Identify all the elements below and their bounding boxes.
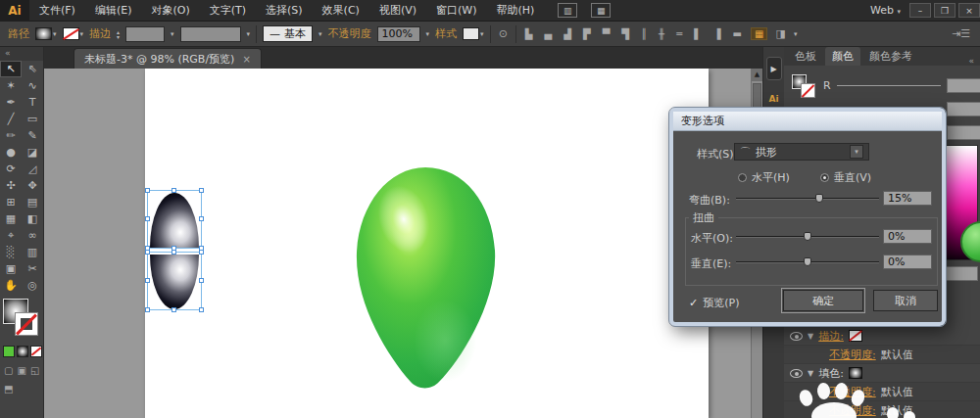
stroke-proxy-swatch[interactable] — [15, 312, 38, 336]
chevron-down-icon[interactable]: ▼ — [808, 332, 813, 341]
align-vcenter-icon[interactable]: ▀ — [600, 28, 613, 39]
red-slider[interactable] — [837, 85, 941, 86]
hand-tool[interactable]: ✋ — [0, 277, 22, 294]
transform-panel-icon[interactable]: ▦ — [751, 27, 767, 40]
style-swatch[interactable] — [463, 27, 479, 40]
slider-thumb[interactable] — [804, 232, 811, 241]
chevron-down-icon[interactable]: ▾ — [850, 145, 863, 159]
arrange-documents-icon[interactable]: ▦ — [591, 3, 611, 18]
v-distort-slider[interactable] — [736, 255, 879, 269]
tab-color-guide[interactable]: 颜色参考 — [862, 47, 919, 66]
collapse-dock-icon[interactable]: « — [968, 56, 980, 66]
h-distort-value-input[interactable]: 0% — [883, 229, 932, 244]
minimize-button[interactable]: – — [909, 3, 931, 18]
screen-mode-icon[interactable]: ⬒ — [4, 384, 13, 395]
opacity-label[interactable]: 不透明度 — [328, 26, 371, 41]
eraser-tool[interactable]: ◪ — [22, 144, 43, 161]
none-button[interactable] — [30, 346, 42, 357]
stroke-proxy-swatch[interactable] — [801, 83, 815, 98]
stroke-weight-label[interactable]: 描边 — [89, 26, 111, 41]
magic-wand-tool[interactable]: ✶ — [0, 77, 22, 94]
chevron-down-icon[interactable]: ▼ — [808, 369, 813, 378]
canvas-area[interactable]: ▲ — [44, 69, 762, 418]
workspace-switcher[interactable]: Web ▾ — [870, 4, 901, 17]
radio-selected-icon[interactable] — [820, 173, 829, 182]
align-top-icon[interactable]: ▛ — [580, 28, 594, 39]
align-left-icon[interactable]: ▙ — [522, 28, 536, 39]
menu-object[interactable]: 对象(O) — [141, 0, 199, 22]
line-segment-tool[interactable]: ╱ — [0, 111, 22, 127]
distribute-right-icon[interactable]: ▬ — [730, 28, 745, 39]
scroll-up-icon[interactable]: ▲ — [752, 69, 762, 81]
selection-tool[interactable]: ↖ — [0, 61, 22, 77]
swatch-well[interactable] — [941, 266, 978, 281]
rotate-tool[interactable]: ⟳ — [0, 161, 22, 177]
horizontal-radio[interactable]: 水平(H) — [738, 170, 790, 185]
menu-effect[interactable]: 效果(C) — [313, 0, 369, 22]
artboard-tool[interactable]: ▣ — [0, 260, 22, 277]
mesh-tool[interactable]: ▦ — [0, 210, 22, 227]
warp-style-dropdown[interactable]: ⌒ 拱形 ▾ — [734, 143, 869, 161]
shape-builder-tool[interactable]: ⊞ — [0, 194, 22, 210]
restore-button[interactable]: ❐ — [934, 3, 956, 18]
align-right-icon[interactable]: ▟ — [561, 28, 574, 39]
appearance-row-opacity[interactable]: 不透明度: 默认值 — [784, 346, 980, 364]
ai-panel-icon[interactable]: Ai — [763, 94, 784, 104]
gradient-button[interactable] — [17, 346, 28, 357]
stroke-row-label[interactable]: 描边: — [818, 329, 844, 344]
distribute-hcenter-icon[interactable]: ▐ — [710, 28, 724, 39]
pencil-tool[interactable]: ✎ — [22, 127, 43, 144]
draw-behind-icon[interactable]: ▣ — [17, 365, 25, 376]
distribute-vcenter-icon[interactable]: ╫ — [656, 28, 667, 39]
document-setup-icon[interactable]: ⊙ — [497, 27, 510, 40]
appearance-row-stroke[interactable]: ▼ 描边: — [784, 327, 980, 346]
distribute-bottom-icon[interactable]: ═ — [673, 28, 685, 39]
green-value-input[interactable] — [947, 102, 980, 116]
draw-normal-icon[interactable]: ▢ — [4, 365, 13, 376]
fill-color-picker[interactable]: ▾ — [35, 27, 57, 40]
expand-panels-icon[interactable]: ▶ — [766, 57, 782, 80]
visibility-eye-icon[interactable] — [790, 332, 803, 341]
stroke-none-swatch[interactable] — [849, 330, 862, 342]
step-down-icon[interactable]: ▾ — [117, 34, 120, 39]
vertical-radio[interactable]: 垂直(V) — [820, 170, 871, 185]
menu-type[interactable]: 文字(T) — [200, 0, 256, 22]
selection-box[interactable] — [147, 252, 202, 310]
direct-selection-tool[interactable]: ⇖ — [22, 61, 43, 77]
stroke-weight-input[interactable] — [125, 26, 165, 42]
menu-view[interactable]: 视图(V) — [369, 0, 426, 22]
menu-file[interactable]: 文件(F) — [29, 0, 85, 22]
h-distort-slider[interactable] — [736, 229, 879, 244]
brush-definition-dropdown[interactable]: — 基本 — [263, 25, 313, 42]
paintbrush-tool[interactable]: ✏ — [0, 127, 22, 144]
appearance-row-opacity[interactable]: 不透明度: 默认值 — [784, 383, 980, 401]
stroke-swatch[interactable] — [63, 27, 79, 40]
slider-thumb[interactable] — [804, 257, 811, 266]
lasso-tool[interactable]: ∿ — [22, 77, 43, 94]
graph-tool[interactable]: ▥ — [22, 244, 43, 260]
zoom-tool[interactable]: ◎ — [22, 277, 43, 294]
fill-gradient-swatch[interactable] — [849, 367, 862, 379]
pen-tool[interactable]: ✒ — [0, 94, 22, 111]
blend-tool[interactable]: ∞ — [22, 227, 43, 244]
graphic-style-picker[interactable]: ▾ — [463, 27, 484, 40]
menu-window[interactable]: 窗口(W) — [426, 0, 486, 22]
opacity-link[interactable]: 不透明度: — [829, 348, 876, 362]
blob-brush-tool[interactable]: ● — [0, 144, 22, 161]
draw-inside-icon[interactable]: ◱ — [30, 365, 39, 376]
stroke-color-picker[interactable]: ▾ — [63, 27, 84, 40]
document-tab[interactable]: 未标题-3* @ 98% (RGB/预览) × — [74, 48, 262, 69]
type-tool[interactable]: T — [22, 94, 43, 111]
radio-icon[interactable] — [738, 173, 747, 182]
bend-slider[interactable] — [736, 191, 879, 206]
opacity-input[interactable]: 100% — [377, 26, 420, 42]
v-distort-value-input[interactable]: 0% — [883, 255, 932, 269]
tab-color[interactable]: 颜色 — [825, 47, 860, 66]
style-label[interactable]: 样式 — [435, 26, 457, 41]
free-transform-tool[interactable]: ✥ — [22, 177, 43, 194]
eyedropper-tool[interactable]: ⌖ — [0, 227, 22, 244]
symbol-sprayer-tool[interactable]: ░ — [0, 244, 22, 260]
slider-thumb[interactable] — [815, 194, 823, 203]
color-button[interactable] — [3, 346, 15, 357]
shape-mode-icon[interactable]: ◨ — [773, 27, 787, 40]
